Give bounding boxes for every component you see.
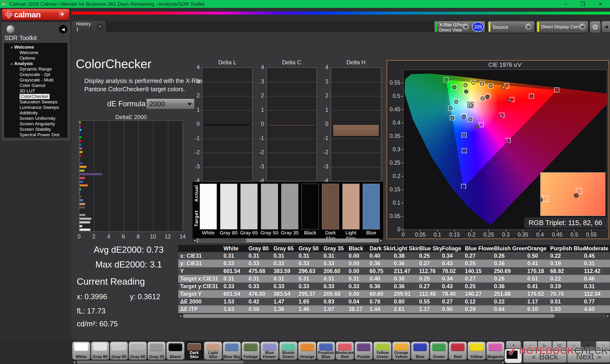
expander-icon[interactable]: ◢ [11, 62, 13, 65]
scroll-left-icon[interactable]: ◀ [193, 238, 196, 243]
patch-blue[interactable]: Blue [411, 342, 429, 360]
tool-button-4[interactable]: ↻ [581, 341, 596, 350]
gridline [267, 110, 317, 111]
calman-logo-button[interactable]: calman [2, 9, 70, 20]
patch-gray-80[interactable]: Gray 80 [91, 342, 109, 360]
rainbow-divider [71, 12, 610, 14]
scrollbar-thumb[interactable] [183, 314, 555, 318]
patch-foliage[interactable]: Foliage [242, 342, 260, 360]
scroll-left-icon[interactable]: ◀ [178, 314, 182, 318]
sidebar-collapse-button[interactable]: ◀ [59, 25, 67, 34]
logo-menu-dropdown[interactable] [59, 11, 66, 18]
scrollbar-thumb[interactable] [77, 361, 244, 364]
chevron-down-icon[interactable] [462, 23, 469, 30]
swatch-gray-80 [220, 184, 237, 229]
sidebar-item-saturation-sweeps[interactable]: Saturation Sweeps [4, 99, 67, 104]
source-dropdown[interactable]: Source [488, 21, 535, 33]
column-header: Foliage [442, 245, 465, 252]
meter-dropdown[interactable]: X-Rite i1Pro 2 Direct View 229 [434, 21, 485, 33]
table-scrollbar[interactable]: ◀ ▶ [178, 314, 610, 318]
sidebar-item-label: Color Gamut [20, 83, 45, 88]
back-button[interactable]: « Back [523, 351, 567, 363]
table-cell: 112.76 [419, 267, 442, 275]
sidebar-item-welcome[interactable]: Welcome [4, 50, 67, 55]
table-row: Target Y601.54476.00383.54295.37205.680.… [178, 290, 610, 298]
sidebar-item-grayscale-2pt[interactable]: Grayscale - 2pt [4, 72, 67, 77]
restore-icon[interactable]: ❐ [581, 1, 585, 7]
table-cell: 0.27 [465, 252, 494, 260]
sidebar-item-analysis[interactable]: ◢Analysis [4, 61, 67, 66]
sidebar-item-screen-stability[interactable]: Screen Stability [4, 127, 67, 132]
chevron-down-icon[interactable] [579, 23, 586, 30]
close-icon[interactable]: ✕ [598, 1, 603, 7]
swatch-scrollbar[interactable]: ◀ ▶ [193, 238, 383, 243]
patch-orange[interactable]: Orange [298, 342, 316, 360]
gear-icon[interactable]: ⚙ [590, 21, 601, 33]
display-control-dropdown[interactable]: Direct Display Control [536, 21, 588, 33]
patch-moderate-red[interactable]: Moderate Red [336, 342, 354, 360]
scroll-left-icon[interactable]: ◀ [72, 360, 76, 364]
sidebar-item-welcome[interactable]: ◢Welcome [4, 44, 67, 50]
expander-icon[interactable]: ◢ [11, 46, 13, 48]
scroll-right-icon[interactable]: ▶ [379, 238, 383, 243]
patch-gray-35[interactable]: Gray 35 [147, 342, 166, 360]
patch-green[interactable]: Green [430, 342, 448, 360]
patch-gray-65[interactable]: Gray 65 [110, 342, 128, 360]
cie-measured-dark-skin [485, 95, 489, 99]
tool-button-5[interactable]: ○ [596, 341, 610, 350]
tab-history-1[interactable]: History 1 [72, 21, 94, 32]
patch-blue-flower[interactable]: Blue Flower [260, 342, 279, 360]
patch-yellow-green[interactable]: Yellow Green [373, 342, 391, 360]
patch-blue-sky[interactable]: Blue Sky [223, 342, 241, 360]
y-tick-label: 0 [251, 121, 264, 127]
sidebar-item-dynamic-range[interactable]: Dynamic Range [4, 66, 67, 72]
sidebar-item-grayscale-multi[interactable]: Grayscale - Multi [4, 77, 67, 83]
sidebar-item-colorchecker[interactable]: ColorChecker [4, 94, 67, 99]
patch-purple[interactable]: Purple [355, 342, 373, 360]
sidebar-item-screen-uniformity[interactable]: Screen Uniformity [4, 116, 67, 121]
title-bar: Calman 2025 Calman Ultimate for Business… [0, 0, 610, 8]
cie-measured-magenta [499, 114, 503, 118]
table-corner [178, 245, 223, 252]
table-cell: 0.22 [494, 298, 527, 305]
patch-gray-50[interactable]: Gray 50 [129, 342, 147, 360]
sidebar-item-3d-lut[interactable]: 3D LUT [4, 88, 67, 94]
patch-light-skin[interactable]: Light Skin [204, 342, 222, 360]
table-row: y: CIE310.330.330.330.330.330.000.360.36… [178, 260, 610, 267]
patch-magenta[interactable]: Magenta [486, 342, 505, 360]
patch-black[interactable]: Black [166, 342, 184, 360]
pattern-expand-button[interactable]: ▲ [506, 341, 521, 348]
table-cell: 0.31 [324, 252, 349, 260]
tool-button-0[interactable]: ▪ [523, 341, 537, 350]
sidebar-item-spectral-power-dist-[interactable]: Spectral Power Dist. [4, 132, 67, 137]
patch-orange-yellow[interactable]: Orange Yellow [392, 342, 410, 360]
panel-collapse-icon[interactable]: ◀ [601, 21, 610, 32]
tool-button-2[interactable]: ▦ [552, 341, 566, 350]
gridline [138, 120, 139, 232]
patch-bluish-green[interactable]: Bluish Green [279, 342, 297, 360]
patch-red[interactable]: Red [449, 342, 467, 360]
y-tick-label: -1 [315, 135, 328, 142]
table-cell: 0.25 [465, 283, 494, 290]
patch-white[interactable]: White [72, 342, 90, 360]
tool-button-1[interactable]: ▶ [538, 341, 552, 350]
next-button[interactable]: Next » [567, 351, 610, 363]
sidebar-item-screen-angularity[interactable]: Screen Angularity [4, 121, 67, 127]
patch-dark-skin[interactable]: Dark Skin [185, 342, 203, 360]
patch-yellow[interactable]: Yellow [467, 342, 486, 360]
sidebar-item-color-gamut[interactable]: Color Gamut [4, 83, 67, 88]
minimize-icon[interactable]: – [564, 1, 567, 7]
sidebar-item-additivity[interactable]: Additivity [4, 110, 67, 116]
pattern-preview[interactable] [505, 349, 522, 363]
patch-scrollbar[interactable]: ◀ ▶ [72, 360, 505, 364]
add-tab-button[interactable]: + [94, 24, 105, 30]
delta-h-chart: Delta H 43210-1-2-3-4 [315, 57, 382, 191]
scrollbar-thumb[interactable] [198, 239, 247, 242]
sidebar-item-luminance-sweeps[interactable]: Luminance Sweeps [4, 104, 67, 110]
tool-button-3[interactable]: ∞ [567, 341, 581, 350]
scroll-right-icon[interactable]: ▶ [606, 314, 610, 318]
delta-bar-dark-skin [333, 124, 379, 136]
patch-purplish-blue[interactable]: Purplish Blue [317, 342, 335, 360]
sidebar-item-options[interactable]: Options [4, 55, 67, 61]
chevron-down-icon[interactable] [525, 23, 532, 30]
